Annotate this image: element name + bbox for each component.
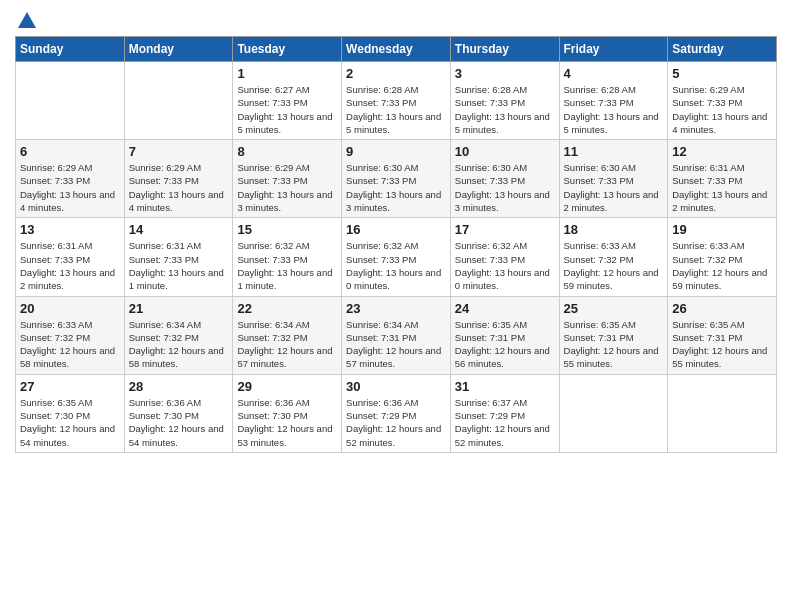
day-info: Sunrise: 6:30 AM Sunset: 7:33 PM Dayligh… — [564, 161, 664, 214]
svg-marker-0 — [18, 12, 36, 28]
logo-icon — [16, 10, 38, 32]
day-info: Sunrise: 6:37 AM Sunset: 7:29 PM Dayligh… — [455, 396, 555, 449]
day-number: 18 — [564, 222, 664, 237]
day-number: 8 — [237, 144, 337, 159]
calendar-cell: 30Sunrise: 6:36 AM Sunset: 7:29 PM Dayli… — [342, 374, 451, 452]
weekday-header-row: SundayMondayTuesdayWednesdayThursdayFrid… — [16, 37, 777, 62]
calendar-cell: 23Sunrise: 6:34 AM Sunset: 7:31 PM Dayli… — [342, 296, 451, 374]
calendar-cell: 18Sunrise: 6:33 AM Sunset: 7:32 PM Dayli… — [559, 218, 668, 296]
day-info: Sunrise: 6:28 AM Sunset: 7:33 PM Dayligh… — [346, 83, 446, 136]
day-info: Sunrise: 6:36 AM Sunset: 7:29 PM Dayligh… — [346, 396, 446, 449]
weekday-header-tuesday: Tuesday — [233, 37, 342, 62]
day-number: 6 — [20, 144, 120, 159]
calendar-cell: 4Sunrise: 6:28 AM Sunset: 7:33 PM Daylig… — [559, 62, 668, 140]
day-info: Sunrise: 6:33 AM Sunset: 7:32 PM Dayligh… — [20, 318, 120, 371]
day-number: 26 — [672, 301, 772, 316]
calendar-cell: 25Sunrise: 6:35 AM Sunset: 7:31 PM Dayli… — [559, 296, 668, 374]
day-info: Sunrise: 6:30 AM Sunset: 7:33 PM Dayligh… — [346, 161, 446, 214]
calendar-cell: 15Sunrise: 6:32 AM Sunset: 7:33 PM Dayli… — [233, 218, 342, 296]
day-number: 19 — [672, 222, 772, 237]
calendar-cell: 2Sunrise: 6:28 AM Sunset: 7:33 PM Daylig… — [342, 62, 451, 140]
day-info: Sunrise: 6:34 AM Sunset: 7:32 PM Dayligh… — [129, 318, 229, 371]
calendar-cell: 12Sunrise: 6:31 AM Sunset: 7:33 PM Dayli… — [668, 140, 777, 218]
calendar-table: SundayMondayTuesdayWednesdayThursdayFrid… — [15, 36, 777, 453]
day-info: Sunrise: 6:31 AM Sunset: 7:33 PM Dayligh… — [20, 239, 120, 292]
calendar-cell: 27Sunrise: 6:35 AM Sunset: 7:30 PM Dayli… — [16, 374, 125, 452]
calendar-cell: 19Sunrise: 6:33 AM Sunset: 7:32 PM Dayli… — [668, 218, 777, 296]
day-info: Sunrise: 6:29 AM Sunset: 7:33 PM Dayligh… — [672, 83, 772, 136]
day-number: 4 — [564, 66, 664, 81]
day-number: 14 — [129, 222, 229, 237]
day-number: 22 — [237, 301, 337, 316]
calendar-cell — [124, 62, 233, 140]
day-number: 20 — [20, 301, 120, 316]
calendar-cell: 16Sunrise: 6:32 AM Sunset: 7:33 PM Dayli… — [342, 218, 451, 296]
calendar-cell: 14Sunrise: 6:31 AM Sunset: 7:33 PM Dayli… — [124, 218, 233, 296]
day-number: 5 — [672, 66, 772, 81]
calendar-cell: 13Sunrise: 6:31 AM Sunset: 7:33 PM Dayli… — [16, 218, 125, 296]
day-info: Sunrise: 6:35 AM Sunset: 7:30 PM Dayligh… — [20, 396, 120, 449]
calendar-cell: 26Sunrise: 6:35 AM Sunset: 7:31 PM Dayli… — [668, 296, 777, 374]
day-number: 30 — [346, 379, 446, 394]
day-number: 15 — [237, 222, 337, 237]
calendar-cell: 11Sunrise: 6:30 AM Sunset: 7:33 PM Dayli… — [559, 140, 668, 218]
day-number: 23 — [346, 301, 446, 316]
weekday-header-saturday: Saturday — [668, 37, 777, 62]
calendar-cell: 29Sunrise: 6:36 AM Sunset: 7:30 PM Dayli… — [233, 374, 342, 452]
day-info: Sunrise: 6:34 AM Sunset: 7:31 PM Dayligh… — [346, 318, 446, 371]
day-info: Sunrise: 6:29 AM Sunset: 7:33 PM Dayligh… — [237, 161, 337, 214]
day-number: 24 — [455, 301, 555, 316]
calendar-cell — [16, 62, 125, 140]
calendar-cell: 5Sunrise: 6:29 AM Sunset: 7:33 PM Daylig… — [668, 62, 777, 140]
day-info: Sunrise: 6:29 AM Sunset: 7:33 PM Dayligh… — [129, 161, 229, 214]
calendar-cell: 21Sunrise: 6:34 AM Sunset: 7:32 PM Dayli… — [124, 296, 233, 374]
calendar-week-1: 6Sunrise: 6:29 AM Sunset: 7:33 PM Daylig… — [16, 140, 777, 218]
day-number: 28 — [129, 379, 229, 394]
day-number: 2 — [346, 66, 446, 81]
calendar-cell: 31Sunrise: 6:37 AM Sunset: 7:29 PM Dayli… — [450, 374, 559, 452]
day-number: 21 — [129, 301, 229, 316]
page: SundayMondayTuesdayWednesdayThursdayFrid… — [0, 0, 792, 612]
header — [15, 10, 777, 28]
day-info: Sunrise: 6:35 AM Sunset: 7:31 PM Dayligh… — [564, 318, 664, 371]
weekday-header-monday: Monday — [124, 37, 233, 62]
day-info: Sunrise: 6:31 AM Sunset: 7:33 PM Dayligh… — [672, 161, 772, 214]
calendar-cell: 1Sunrise: 6:27 AM Sunset: 7:33 PM Daylig… — [233, 62, 342, 140]
day-info: Sunrise: 6:33 AM Sunset: 7:32 PM Dayligh… — [672, 239, 772, 292]
day-info: Sunrise: 6:28 AM Sunset: 7:33 PM Dayligh… — [455, 83, 555, 136]
day-info: Sunrise: 6:35 AM Sunset: 7:31 PM Dayligh… — [672, 318, 772, 371]
calendar-cell: 17Sunrise: 6:32 AM Sunset: 7:33 PM Dayli… — [450, 218, 559, 296]
day-number: 25 — [564, 301, 664, 316]
day-info: Sunrise: 6:35 AM Sunset: 7:31 PM Dayligh… — [455, 318, 555, 371]
calendar-cell: 22Sunrise: 6:34 AM Sunset: 7:32 PM Dayli… — [233, 296, 342, 374]
calendar-cell — [559, 374, 668, 452]
logo — [15, 10, 38, 28]
day-info: Sunrise: 6:33 AM Sunset: 7:32 PM Dayligh… — [564, 239, 664, 292]
day-number: 17 — [455, 222, 555, 237]
day-number: 29 — [237, 379, 337, 394]
calendar-cell: 10Sunrise: 6:30 AM Sunset: 7:33 PM Dayli… — [450, 140, 559, 218]
weekday-header-sunday: Sunday — [16, 37, 125, 62]
day-number: 27 — [20, 379, 120, 394]
day-number: 1 — [237, 66, 337, 81]
day-info: Sunrise: 6:31 AM Sunset: 7:33 PM Dayligh… — [129, 239, 229, 292]
day-info: Sunrise: 6:32 AM Sunset: 7:33 PM Dayligh… — [237, 239, 337, 292]
day-number: 16 — [346, 222, 446, 237]
calendar-week-4: 27Sunrise: 6:35 AM Sunset: 7:30 PM Dayli… — [16, 374, 777, 452]
day-info: Sunrise: 6:32 AM Sunset: 7:33 PM Dayligh… — [346, 239, 446, 292]
calendar-cell: 6Sunrise: 6:29 AM Sunset: 7:33 PM Daylig… — [16, 140, 125, 218]
day-info: Sunrise: 6:27 AM Sunset: 7:33 PM Dayligh… — [237, 83, 337, 136]
day-info: Sunrise: 6:36 AM Sunset: 7:30 PM Dayligh… — [237, 396, 337, 449]
day-number: 10 — [455, 144, 555, 159]
day-info: Sunrise: 6:28 AM Sunset: 7:33 PM Dayligh… — [564, 83, 664, 136]
day-number: 7 — [129, 144, 229, 159]
calendar-week-0: 1Sunrise: 6:27 AM Sunset: 7:33 PM Daylig… — [16, 62, 777, 140]
calendar-cell — [668, 374, 777, 452]
day-number: 12 — [672, 144, 772, 159]
day-info: Sunrise: 6:32 AM Sunset: 7:33 PM Dayligh… — [455, 239, 555, 292]
day-number: 9 — [346, 144, 446, 159]
day-info: Sunrise: 6:34 AM Sunset: 7:32 PM Dayligh… — [237, 318, 337, 371]
calendar-week-2: 13Sunrise: 6:31 AM Sunset: 7:33 PM Dayli… — [16, 218, 777, 296]
weekday-header-friday: Friday — [559, 37, 668, 62]
calendar-cell: 8Sunrise: 6:29 AM Sunset: 7:33 PM Daylig… — [233, 140, 342, 218]
